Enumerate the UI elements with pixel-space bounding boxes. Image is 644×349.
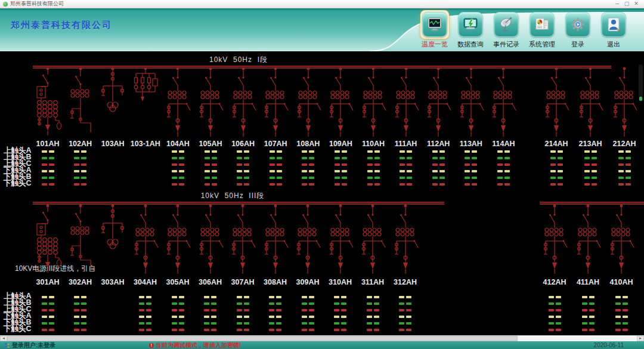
indicator-dash <box>212 163 217 166</box>
user-icon[interactable] <box>601 12 626 37</box>
bay-symbol-feeder[interactable] <box>291 204 324 276</box>
indicator-dash <box>342 163 347 166</box>
indicator-dash <box>589 322 595 325</box>
indicator-dash <box>237 163 242 166</box>
toolbar-button[interactable]: 登录 <box>561 10 595 49</box>
horizontal-scrollbar-thumb[interactable] <box>7 336 518 341</box>
indicator-dash <box>309 329 314 331</box>
indicator-dash <box>439 177 445 179</box>
bay-label: 213AH <box>579 140 602 148</box>
toolbar-button[interactable]: 退出 <box>596 10 631 49</box>
indicator-dash <box>204 329 209 331</box>
bay-symbol-feeder[interactable] <box>129 204 162 276</box>
bay-symbol-feeder[interactable] <box>487 67 520 138</box>
indicator-dash <box>374 302 379 305</box>
indicator-dash <box>212 170 217 172</box>
bay-symbol-feeder[interactable] <box>571 204 605 276</box>
contact-indicator <box>269 322 281 325</box>
bay-symbol-feeder[interactable] <box>422 67 455 138</box>
contact-indicator <box>465 170 477 172</box>
toolbar-button[interactable]: 系统管理 <box>525 10 559 49</box>
contact-indicator <box>335 163 347 166</box>
indicator-dash <box>400 183 405 186</box>
bay-symbol-feeder[interactable] <box>194 204 227 276</box>
toolbar-button[interactable]: 事件记录 <box>489 10 524 49</box>
bay-symbol-feeder[interactable] <box>574 67 607 138</box>
bay-symbol-feeder[interactable] <box>389 67 423 138</box>
bay-label: 303AH <box>101 278 125 286</box>
bay-symbol-feeder[interactable] <box>389 204 422 276</box>
indicator-dash <box>146 322 151 325</box>
indicator-dash <box>179 296 184 298</box>
contact-indicator <box>42 150 54 153</box>
toolbar-button-label: 退出 <box>607 40 620 49</box>
indicator-dash <box>179 302 184 305</box>
bay-symbol-feeder[interactable] <box>227 67 260 138</box>
indicator-dash <box>172 296 177 298</box>
bay-symbol-feeder[interactable] <box>292 67 325 138</box>
contact-indicator <box>618 150 631 153</box>
indicator-dash <box>335 183 340 186</box>
toolbar-button[interactable]: 温度一览 <box>417 10 452 49</box>
contact-indicator <box>172 296 184 298</box>
scroll-right-arrow-icon[interactable]: ► <box>637 336 644 341</box>
bay-symbol-pt[interactable] <box>96 67 129 138</box>
bay-symbol-feeder[interactable] <box>259 204 292 276</box>
contact-indicator <box>549 322 561 325</box>
indicator-dash <box>309 150 314 153</box>
bay-symbol-feeder[interactable] <box>324 204 357 276</box>
indicator-dash <box>618 170 624 172</box>
bay-symbol-feeder[interactable] <box>161 204 194 276</box>
bay-symbol-feeder[interactable] <box>161 67 194 138</box>
bay-symbol-feeder[interactable] <box>608 67 641 138</box>
indicator-dash <box>211 309 216 311</box>
indicator-dash <box>42 296 47 298</box>
bay-symbol-transformer[interactable] <box>31 204 64 276</box>
close-button[interactable]: ✕ <box>631 0 641 8</box>
bay-symbol-feeder[interactable] <box>538 204 571 276</box>
indicator-dash <box>179 157 184 159</box>
bay-symbol-feeder[interactable] <box>357 67 390 138</box>
contact-indicator <box>335 183 347 186</box>
toolbar-button-halo <box>456 10 485 39</box>
toolbar-button[interactable]: 数据查询 <box>453 10 488 49</box>
bay-label: 101AH <box>36 140 60 148</box>
bay-symbol-feeder[interactable] <box>226 204 259 276</box>
satellite-dish-icon[interactable] <box>494 12 519 37</box>
indicator-dash <box>172 183 177 186</box>
bay-symbol-feeder[interactable] <box>540 67 573 138</box>
indicator-dash <box>244 150 249 153</box>
indicator-dash <box>584 177 590 179</box>
monitor-wave-icon[interactable] <box>422 12 447 37</box>
contact-indicator <box>42 157 54 159</box>
bay-symbol-transformer[interactable] <box>31 67 64 138</box>
bay-symbol-arrester[interactable] <box>129 67 162 138</box>
indicator-dash <box>367 296 372 298</box>
bay-symbol-feeder[interactable] <box>356 204 389 276</box>
indicator-dash <box>276 309 281 311</box>
indicator-dash <box>623 296 628 298</box>
gear-icon[interactable] <box>565 12 590 37</box>
bay-symbol-feeder[interactable] <box>194 67 227 138</box>
contact-indicator <box>204 302 216 305</box>
bay-symbol-feeder[interactable] <box>454 67 488 138</box>
bay-symbol-ctL[interactable] <box>64 204 97 276</box>
indicator-dash <box>374 150 380 153</box>
bay-symbol-feeder[interactable] <box>259 67 292 138</box>
warning-text: 当前为调试模式，请插入加密锁! <box>156 341 241 349</box>
contact-indicator <box>204 316 216 318</box>
contact-indicator <box>237 296 249 298</box>
horizontal-scrollbar[interactable]: ◄ ► <box>0 335 644 341</box>
report-chart-icon[interactable] <box>530 12 555 37</box>
indicator-dash <box>341 329 346 331</box>
maximize-button[interactable]: ▢ <box>622 0 631 8</box>
minimize-button[interactable]: ─ <box>612 0 622 8</box>
bay-symbol-feeder[interactable] <box>324 67 357 138</box>
contact-indicator <box>204 309 216 311</box>
bay-symbol-pt[interactable] <box>96 204 129 276</box>
bay-symbol-feeder[interactable] <box>605 204 638 276</box>
contact-indicator <box>74 177 86 179</box>
computer-bolt-icon[interactable] <box>458 12 483 37</box>
indicator-dash <box>49 157 54 159</box>
bay-symbol-ctL[interactable] <box>64 67 97 138</box>
